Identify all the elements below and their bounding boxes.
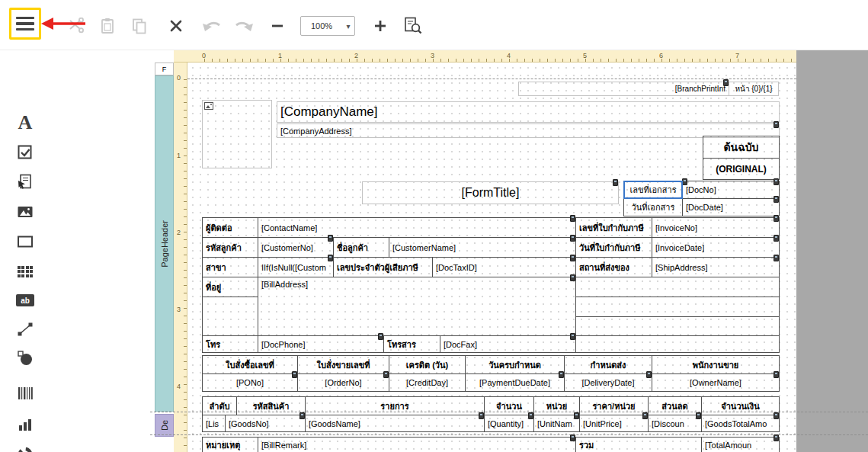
undo-button[interactable]: [198, 14, 226, 38]
label-phone[interactable]: โทร: [202, 335, 258, 353]
label-tax-id[interactable]: เลขประจำตัวผู้เสียภาษี: [333, 257, 433, 277]
field-company-name[interactable]: [CompanyName]: [277, 101, 780, 123]
label-invoice-date[interactable]: วันที่ใบกำกับภาษี: [575, 237, 652, 258]
order-value-cell[interactable]: [CreditDay]: [389, 373, 466, 392]
empty-cell[interactable]: [575, 297, 780, 317]
detail-value-cell[interactable]: [Quantity]: [484, 415, 534, 432]
band-tab-detail[interactable]: De: [155, 414, 174, 437]
detail-header-cell[interactable]: รหัสสินค้า: [236, 396, 306, 415]
order-header-cell[interactable]: กำหนดส่ง: [564, 355, 652, 374]
tool-gauge[interactable]: [11, 441, 40, 452]
detail-header-cell[interactable]: ส่วนลด: [648, 396, 702, 415]
tool-checkbox[interactable]: [11, 139, 40, 165]
order-value-cell[interactable]: [PaymentDueDate]: [465, 373, 565, 392]
logo-placeholder[interactable]: [202, 100, 272, 168]
label-customer-name[interactable]: ชื่อลูกค้า: [333, 237, 389, 258]
rectangle-icon: [17, 235, 34, 248]
order-header-cell[interactable]: ใบสั่งขายเลขที่: [297, 355, 389, 374]
empty-cell[interactable]: [575, 335, 780, 353]
label-invoice-no[interactable]: เลขที่ใบกำกับภาษี: [575, 217, 652, 238]
label-original-en[interactable]: (ORIGINAL): [703, 158, 780, 180]
detail-value-cell[interactable]: [UnitPrice]: [579, 415, 649, 432]
tool-rectangle[interactable]: [11, 229, 40, 255]
order-header-cell[interactable]: ใบสั่งซื้อเลขที่: [202, 355, 298, 374]
hamburger-menu-button[interactable]: [9, 8, 41, 40]
tool-picture[interactable]: [11, 199, 40, 225]
label-bill-address[interactable]: ที่อยู่: [202, 277, 258, 297]
detail-value-cell[interactable]: [GoodsNo]: [225, 415, 306, 432]
field-customer-no[interactable]: [CustomerNo]: [258, 237, 334, 258]
detail-header-cell[interactable]: หน่วย: [533, 396, 580, 415]
binding-marker-icon: [570, 274, 575, 281]
binding-marker-icon: [574, 412, 579, 419]
detail-header-cell[interactable]: จำนวน: [484, 396, 534, 415]
detail-header-cell[interactable]: รายการ: [305, 396, 485, 415]
field-branch-expression[interactable]: IIf(IsNull([Custom: [258, 257, 334, 277]
detail-value-cell[interactable]: [UnitNam: [533, 415, 580, 432]
order-header-cell[interactable]: วันครบกำหนด: [465, 355, 565, 374]
detail-header-cell[interactable]: ลำดับ: [202, 396, 237, 415]
detail-value-cell[interactable]: [Lis: [202, 415, 226, 432]
field-branch-print[interactable]: [BranchPrintInf: [518, 82, 729, 96]
label-contact[interactable]: ผู้ติดต่อ: [202, 217, 258, 238]
order-header-cell[interactable]: พนักงานขาย: [652, 355, 780, 374]
copy-button[interactable]: [126, 14, 153, 38]
label-total[interactable]: รวม: [575, 437, 702, 452]
label-fax[interactable]: โทรสาร: [383, 335, 440, 353]
empty-cell[interactable]: [202, 297, 258, 336]
ruler-number: 2: [177, 229, 181, 236]
zoom-select[interactable]: 100% ▾: [300, 16, 355, 36]
tool-polyline[interactable]: [11, 316, 40, 342]
tool-text-box[interactable]: ab: [11, 287, 40, 313]
tool-shape[interactable]: [11, 345, 40, 371]
field-doc-date[interactable]: [DocDate]: [682, 198, 780, 216]
field-invoice-no[interactable]: [InvoiceNo]: [652, 217, 780, 238]
detail-header-cell[interactable]: ราคา/หน่วย: [579, 396, 649, 415]
order-value-cell[interactable]: [OrderNo]: [297, 373, 389, 392]
field-form-title[interactable]: [FormTitle]: [362, 181, 619, 204]
redo-button[interactable]: [230, 14, 258, 38]
field-invoice-date[interactable]: [InvoiceDate]: [652, 237, 780, 258]
field-doc-fax[interactable]: [DocFax]: [440, 335, 576, 353]
field-doc-no[interactable]: [DocNo]: [682, 181, 780, 199]
order-value-cell[interactable]: [PONo]: [202, 373, 298, 392]
label-ship-address[interactable]: สถานที่ส่งของ: [575, 257, 652, 277]
field-total-amount[interactable]: [TotalAmoun: [701, 437, 780, 452]
zoom-in-button[interactable]: [367, 14, 394, 38]
tool-chart[interactable]: [11, 412, 40, 438]
order-value-cell[interactable]: [OwnerName]: [652, 373, 780, 392]
order-value-cell[interactable]: [DeliveryDate]: [564, 373, 652, 392]
tool-table[interactable]: [11, 258, 40, 284]
tool-rich-text[interactable]: [11, 169, 40, 195]
tool-barcode[interactable]: [11, 380, 40, 406]
label-branch[interactable]: สาขา: [202, 257, 258, 277]
field-bill-remark[interactable]: [BillRemark]: [258, 437, 576, 452]
field-doc-phone[interactable]: [DocPhone]: [258, 335, 384, 353]
order-header-cell[interactable]: เครดิต (วัน): [389, 355, 466, 374]
binding-marker-icon: [559, 371, 564, 378]
detail-header-cell[interactable]: จำนวนเงิน: [701, 396, 780, 415]
preview-button[interactable]: [399, 14, 427, 38]
field-customer-name[interactable]: [CustomerName]: [389, 237, 576, 258]
detail-value-cell[interactable]: [GoodsName]: [305, 415, 485, 432]
paste-button[interactable]: [94, 14, 121, 38]
label-customer-no[interactable]: รหัสลูกค้า: [202, 237, 258, 258]
empty-cell[interactable]: [575, 277, 780, 297]
label-doc-no-selected[interactable]: เลขที่เอกสาร: [623, 181, 683, 199]
label-original-th[interactable]: ต้นฉบับ: [703, 136, 780, 159]
delete-button[interactable]: [162, 14, 190, 38]
field-contact-name[interactable]: [ContactName]: [258, 217, 576, 238]
field-page-number[interactable]: หน้า {0}/{1}: [729, 82, 779, 96]
band-tab-pageheader[interactable]: PageHeader: [155, 75, 174, 412]
field-doc-tax-id[interactable]: [DocTaxID]: [432, 257, 576, 277]
zoom-out-button[interactable]: [264, 14, 291, 38]
field-ship-address[interactable]: [ShipAddress]: [652, 257, 780, 277]
band-tab-partial[interactable]: F: [155, 63, 174, 75]
detail-value-cell[interactable]: [GoodsTotalAmo: [701, 415, 780, 432]
label-remark[interactable]: หมายเหตุ: [202, 437, 258, 452]
detail-value-cell[interactable]: [Discoun: [648, 415, 702, 432]
field-bill-address[interactable]: [BillAddress]: [258, 277, 576, 336]
tool-text[interactable]: A: [11, 110, 40, 136]
label-doc-date[interactable]: วันที่เอกสาร: [623, 198, 683, 216]
empty-cell[interactable]: [575, 316, 780, 336]
